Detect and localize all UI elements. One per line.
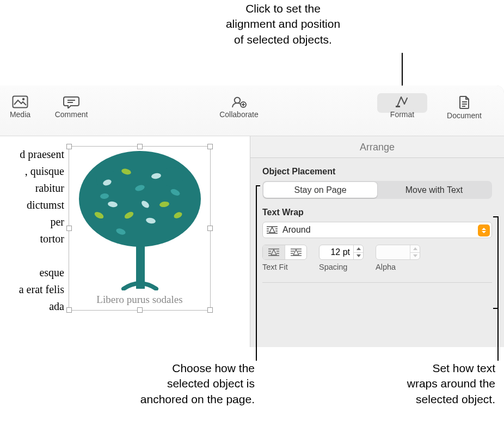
wrap-settings-row: Text Fit 12 pt Spacing xyxy=(262,245,492,271)
alpha-step-down[interactable] xyxy=(410,252,420,260)
text-fit-segmented[interactable] xyxy=(262,245,307,260)
toolbar: Media Comment Collaborate xyxy=(0,86,504,136)
text-fit-label: Text Fit xyxy=(262,263,288,271)
alpha-step-up[interactable] xyxy=(410,245,420,252)
toolbar-collaborate-label: Collaborate xyxy=(212,110,266,119)
toolbar-media-button[interactable]: Media xyxy=(0,95,41,119)
text-fit-rect-button[interactable] xyxy=(263,245,285,259)
spacing-stepper[interactable]: 12 pt xyxy=(319,245,364,260)
callout-bottom-left: Choose how the selected object is anchor… xyxy=(102,361,255,407)
toolbar-collaborate-button[interactable]: Collaborate xyxy=(212,95,266,119)
resize-handle-e[interactable] xyxy=(207,226,213,231)
alpha-group: Alpha xyxy=(376,245,420,271)
spacing-value[interactable]: 12 pt xyxy=(319,247,353,257)
text-fit-rect-icon xyxy=(268,248,280,257)
svg-rect-8 xyxy=(396,106,400,107)
svg-marker-36 xyxy=(269,227,275,233)
resize-handle-sw[interactable] xyxy=(66,307,72,313)
format-icon xyxy=(394,95,410,108)
object-placement-heading: Object Placement xyxy=(262,167,492,177)
text-fit-group: Text Fit xyxy=(262,245,307,271)
alpha-stepper[interactable] xyxy=(376,245,420,260)
inspector-panel: Arrange Object Placement Stay on Page Mo… xyxy=(250,136,504,347)
media-icon xyxy=(12,95,28,108)
resize-handle-se[interactable] xyxy=(207,307,213,313)
app-window: Media Comment Collaborate xyxy=(0,86,504,347)
move-with-text-option[interactable]: Move with Text xyxy=(377,182,491,198)
resize-handle-ne[interactable] xyxy=(207,144,213,149)
comment-icon xyxy=(63,95,79,108)
text-fit-contour-button[interactable] xyxy=(285,245,306,259)
resize-handle-w[interactable] xyxy=(66,226,72,231)
document-icon xyxy=(457,95,471,110)
callout-line-br-vert xyxy=(497,216,499,361)
image-caption[interactable]: Libero purus sodales xyxy=(69,294,210,306)
toolbar-document-button[interactable]: Document xyxy=(440,95,489,120)
callout-line-bl-vert xyxy=(256,185,257,361)
svg-point-4 xyxy=(235,98,240,103)
svg-point-13 xyxy=(79,151,201,247)
spacing-step-up[interactable] xyxy=(354,245,363,252)
spacing-group: 12 pt Spacing xyxy=(319,245,364,271)
object-placement-segmented[interactable]: Stay on Page Move with Text xyxy=(262,181,492,199)
svg-marker-43 xyxy=(271,250,276,255)
resize-handle-nw[interactable] xyxy=(66,144,72,149)
callout-top: Click to set the alignment and position … xyxy=(201,1,365,47)
toolbar-comment-label: Comment xyxy=(50,110,93,119)
svg-point-1 xyxy=(22,98,24,100)
text-fit-contour-icon xyxy=(290,248,302,257)
paragraph-2: esque a erat felis ada xyxy=(0,264,64,315)
stay-on-page-option[interactable]: Stay on Page xyxy=(263,182,377,198)
resize-handle-n[interactable] xyxy=(137,144,143,149)
toolbar-media-label: Media xyxy=(0,110,41,119)
dropdown-arrow-icon[interactable] xyxy=(478,224,490,236)
callout-line-br-tick-top xyxy=(493,216,497,217)
svg-marker-50 xyxy=(293,250,299,255)
toolbar-format-button[interactable]: Format xyxy=(381,95,423,119)
document-canvas[interactable]: d praesent , quisque rabitur dictumst pe… xyxy=(0,136,250,347)
collaborate-icon xyxy=(231,95,247,108)
spacing-label: Spacing xyxy=(319,263,347,271)
paragraph-1: d praesent , quisque rabitur dictumst pe… xyxy=(0,146,64,247)
callout-bottom-right: Set how text wraps around the selected o… xyxy=(337,361,495,407)
alpha-label: Alpha xyxy=(376,263,396,271)
inspector-tab-arrange[interactable]: Arrange xyxy=(250,136,504,158)
text-wrap-heading: Text Wrap xyxy=(262,208,492,217)
resize-handle-s[interactable] xyxy=(137,307,143,313)
callout-line-bl-tick xyxy=(256,185,260,186)
document-body-text: d praesent , quisque rabitur dictumst pe… xyxy=(0,146,64,315)
toolbar-comment-button[interactable]: Comment xyxy=(50,95,93,119)
selected-object-frame[interactable]: Libero purus sodales xyxy=(69,146,211,311)
wrap-around-icon xyxy=(266,226,278,234)
inspector-divider xyxy=(262,282,492,283)
spacing-step-down[interactable] xyxy=(354,252,363,260)
svg-point-15 xyxy=(162,167,183,187)
callout-line-top xyxy=(402,53,403,87)
toolbar-document-label: Document xyxy=(440,111,489,120)
tree-image[interactable] xyxy=(75,150,205,290)
callout-line-br-tick-bot xyxy=(493,308,497,309)
text-wrap-mode-dropdown[interactable]: Around xyxy=(262,222,492,238)
text-wrap-mode-value: Around xyxy=(282,225,311,235)
inspector-body: Object Placement Stay on Page Move with … xyxy=(250,158,504,283)
toolbar-format-label: Format xyxy=(381,110,423,119)
